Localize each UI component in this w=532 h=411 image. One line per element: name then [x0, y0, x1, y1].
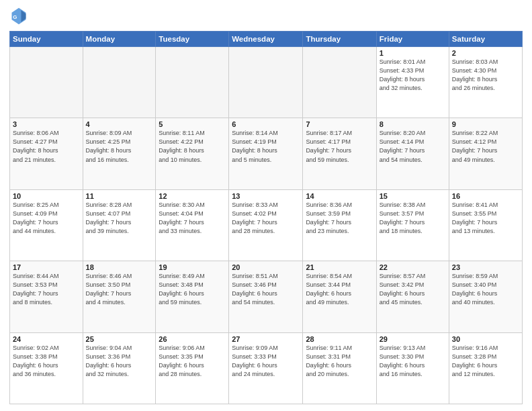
- calendar-cell: 4Sunrise: 8:09 AM Sunset: 4:25 PM Daylig…: [83, 118, 156, 189]
- calendar-cell: 27Sunrise: 9:09 AM Sunset: 3:33 PM Dayli…: [229, 332, 303, 404]
- day-number: 4: [86, 120, 153, 128]
- calendar-col-tuesday: Tuesday: [156, 32, 229, 47]
- calendar-week-3: 10Sunrise: 8:25 AM Sunset: 4:09 PM Dayli…: [10, 189, 523, 261]
- calendar-cell: 20Sunrise: 8:51 AM Sunset: 3:46 PM Dayli…: [229, 261, 303, 332]
- calendar-cell: 3Sunrise: 8:06 AM Sunset: 4:27 PM Daylig…: [10, 118, 83, 189]
- calendar-week-5: 24Sunrise: 9:02 AM Sunset: 3:38 PM Dayli…: [10, 332, 523, 404]
- day-number: 12: [159, 192, 226, 200]
- day-number: 8: [380, 120, 446, 128]
- calendar-cell: 5Sunrise: 8:11 AM Sunset: 4:22 PM Daylig…: [156, 118, 229, 189]
- day-number: 24: [13, 335, 80, 343]
- calendar-cell: 16Sunrise: 8:41 AM Sunset: 3:55 PM Dayli…: [449, 189, 522, 261]
- day-info: Sunrise: 9:16 AM Sunset: 3:28 PM Dayligh…: [452, 344, 519, 379]
- day-number: 20: [232, 263, 300, 271]
- calendar-cell: 11Sunrise: 8:28 AM Sunset: 4:07 PM Dayli…: [83, 189, 156, 261]
- calendar-col-thursday: Thursday: [303, 32, 376, 47]
- calendar-col-monday: Monday: [83, 32, 156, 47]
- svg-text:G: G: [13, 14, 17, 20]
- day-number: 28: [306, 335, 373, 343]
- day-number: 16: [452, 192, 519, 200]
- calendar-cell: [229, 47, 303, 118]
- day-number: 17: [13, 263, 80, 271]
- calendar-cell: 14Sunrise: 8:36 AM Sunset: 3:59 PM Dayli…: [303, 189, 376, 261]
- day-number: 19: [159, 263, 226, 271]
- day-info: Sunrise: 8:54 AM Sunset: 3:44 PM Dayligh…: [306, 272, 373, 307]
- day-number: 3: [13, 120, 80, 128]
- calendar-cell: [83, 47, 156, 118]
- day-number: 18: [86, 263, 153, 271]
- calendar-cell: 17Sunrise: 8:44 AM Sunset: 3:53 PM Dayli…: [10, 261, 83, 332]
- day-number: 9: [452, 120, 519, 128]
- calendar-col-sunday: Sunday: [10, 32, 83, 47]
- day-info: Sunrise: 8:03 AM Sunset: 4:30 PM Dayligh…: [452, 58, 519, 93]
- calendar-cell: 25Sunrise: 9:04 AM Sunset: 3:36 PM Dayli…: [83, 332, 156, 404]
- day-info: Sunrise: 8:51 AM Sunset: 3:46 PM Dayligh…: [232, 272, 300, 307]
- day-number: 29: [380, 335, 446, 343]
- svg-marker-1: [21, 10, 26, 22]
- calendar-header-row: SundayMondayTuesdayWednesdayThursdayFrid…: [10, 32, 523, 47]
- day-info: Sunrise: 8:28 AM Sunset: 4:07 PM Dayligh…: [86, 201, 153, 236]
- day-info: Sunrise: 9:04 AM Sunset: 3:36 PM Dayligh…: [86, 344, 153, 379]
- calendar-col-wednesday: Wednesday: [229, 32, 303, 47]
- logo: G: [9, 7, 31, 26]
- calendar-col-friday: Friday: [376, 32, 449, 47]
- calendar-cell: 23Sunrise: 8:59 AM Sunset: 3:40 PM Dayli…: [449, 261, 522, 332]
- day-info: Sunrise: 8:57 AM Sunset: 3:42 PM Dayligh…: [380, 272, 446, 307]
- day-number: 1: [380, 49, 446, 57]
- calendar-week-4: 17Sunrise: 8:44 AM Sunset: 3:53 PM Dayli…: [10, 261, 523, 332]
- day-info: Sunrise: 8:44 AM Sunset: 3:53 PM Dayligh…: [13, 272, 80, 307]
- day-info: Sunrise: 9:11 AM Sunset: 3:31 PM Dayligh…: [306, 344, 373, 379]
- calendar-cell: 19Sunrise: 8:49 AM Sunset: 3:48 PM Dayli…: [156, 261, 229, 332]
- day-number: 21: [306, 263, 373, 271]
- day-number: 7: [306, 120, 373, 128]
- calendar-cell: 24Sunrise: 9:02 AM Sunset: 3:38 PM Dayli…: [10, 332, 83, 404]
- calendar-cell: 10Sunrise: 8:25 AM Sunset: 4:09 PM Dayli…: [10, 189, 83, 261]
- day-number: 23: [452, 263, 519, 271]
- calendar-week-2: 3Sunrise: 8:06 AM Sunset: 4:27 PM Daylig…: [10, 118, 523, 189]
- day-info: Sunrise: 8:11 AM Sunset: 4:22 PM Dayligh…: [159, 129, 226, 164]
- calendar-cell: 15Sunrise: 8:38 AM Sunset: 3:57 PM Dayli…: [376, 189, 449, 261]
- day-number: 15: [380, 192, 446, 200]
- day-number: 25: [86, 335, 153, 343]
- day-info: Sunrise: 9:06 AM Sunset: 3:35 PM Dayligh…: [159, 344, 226, 379]
- logo-icon: G: [9, 7, 28, 26]
- day-info: Sunrise: 8:46 AM Sunset: 3:50 PM Dayligh…: [86, 272, 153, 307]
- day-info: Sunrise: 9:09 AM Sunset: 3:33 PM Dayligh…: [232, 344, 300, 379]
- day-info: Sunrise: 8:01 AM Sunset: 4:33 PM Dayligh…: [380, 58, 446, 93]
- calendar-cell: [10, 47, 83, 118]
- day-info: Sunrise: 8:38 AM Sunset: 3:57 PM Dayligh…: [380, 201, 446, 236]
- day-number: 22: [380, 263, 446, 271]
- day-info: Sunrise: 8:30 AM Sunset: 4:04 PM Dayligh…: [159, 201, 226, 236]
- day-info: Sunrise: 8:49 AM Sunset: 3:48 PM Dayligh…: [159, 272, 226, 307]
- day-number: 14: [306, 192, 373, 200]
- day-info: Sunrise: 8:09 AM Sunset: 4:25 PM Dayligh…: [86, 129, 153, 164]
- calendar-cell: 2Sunrise: 8:03 AM Sunset: 4:30 PM Daylig…: [449, 47, 522, 118]
- day-info: Sunrise: 8:59 AM Sunset: 3:40 PM Dayligh…: [452, 272, 519, 307]
- day-info: Sunrise: 8:20 AM Sunset: 4:14 PM Dayligh…: [380, 129, 446, 164]
- day-info: Sunrise: 8:36 AM Sunset: 3:59 PM Dayligh…: [306, 201, 373, 236]
- day-number: 6: [232, 120, 300, 128]
- day-info: Sunrise: 8:14 AM Sunset: 4:19 PM Dayligh…: [232, 129, 300, 164]
- calendar-cell: 21Sunrise: 8:54 AM Sunset: 3:44 PM Dayli…: [303, 261, 376, 332]
- calendar-cell: 12Sunrise: 8:30 AM Sunset: 4:04 PM Dayli…: [156, 189, 229, 261]
- day-number: 30: [452, 335, 519, 343]
- calendar-week-1: 1Sunrise: 8:01 AM Sunset: 4:33 PM Daylig…: [10, 47, 523, 118]
- calendar-cell: 13Sunrise: 8:33 AM Sunset: 4:02 PM Dayli…: [229, 189, 303, 261]
- calendar-cell: 22Sunrise: 8:57 AM Sunset: 3:42 PM Dayli…: [376, 261, 449, 332]
- day-info: Sunrise: 9:02 AM Sunset: 3:38 PM Dayligh…: [13, 344, 80, 379]
- calendar-cell: 9Sunrise: 8:22 AM Sunset: 4:12 PM Daylig…: [449, 118, 522, 189]
- day-info: Sunrise: 8:41 AM Sunset: 3:55 PM Dayligh…: [452, 201, 519, 236]
- day-info: Sunrise: 9:13 AM Sunset: 3:30 PM Dayligh…: [380, 344, 446, 379]
- calendar-cell: 29Sunrise: 9:13 AM Sunset: 3:30 PM Dayli…: [376, 332, 449, 404]
- day-info: Sunrise: 8:17 AM Sunset: 4:17 PM Dayligh…: [306, 129, 373, 164]
- calendar-cell: 8Sunrise: 8:20 AM Sunset: 4:14 PM Daylig…: [376, 118, 449, 189]
- calendar-cell: 1Sunrise: 8:01 AM Sunset: 4:33 PM Daylig…: [376, 47, 449, 118]
- calendar-cell: 26Sunrise: 9:06 AM Sunset: 3:35 PM Dayli…: [156, 332, 229, 404]
- header: G: [9, 7, 523, 26]
- calendar-cell: [303, 47, 376, 118]
- day-info: Sunrise: 8:25 AM Sunset: 4:09 PM Dayligh…: [13, 201, 80, 236]
- calendar-col-saturday: Saturday: [449, 32, 522, 47]
- calendar-cell: [156, 47, 229, 118]
- calendar-cell: 28Sunrise: 9:11 AM Sunset: 3:31 PM Dayli…: [303, 332, 376, 404]
- day-info: Sunrise: 8:33 AM Sunset: 4:02 PM Dayligh…: [232, 201, 300, 236]
